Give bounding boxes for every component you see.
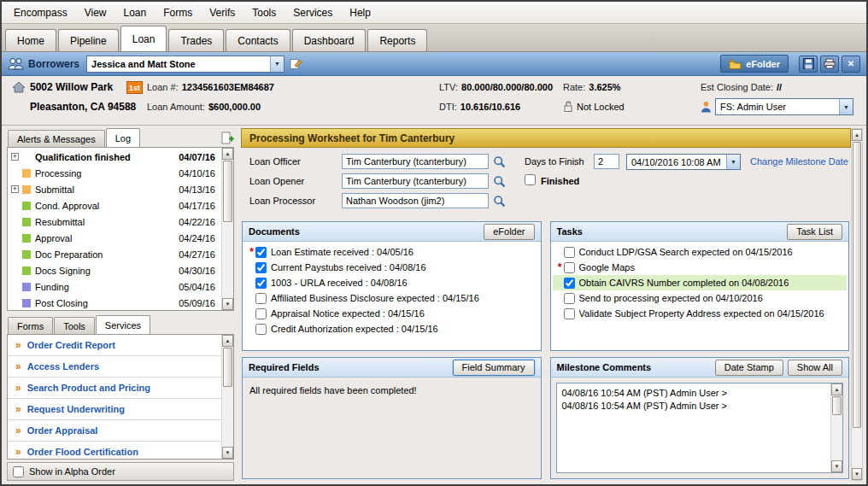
loan-summary-header: 5002 Willow Park Pleasanton, CA 94588 1s… bbox=[2, 76, 866, 126]
ltv-label: LTV: bbox=[439, 82, 458, 92]
document-checkbox[interactable] bbox=[255, 278, 267, 289]
milestone-comments-body: 04/08/16 10:54 AM (PST) Admin User > 04/… bbox=[551, 378, 849, 478]
fs-user-select[interactable]: FS: Admin User ▼ bbox=[715, 98, 853, 115]
tab-services[interactable]: Services bbox=[96, 315, 150, 334]
log-entry[interactable]: Funding05/04/16 bbox=[8, 278, 221, 295]
service-item-access-lenders[interactable]: »Access Lenders bbox=[8, 356, 221, 378]
tab-tools[interactable]: Tools bbox=[54, 317, 95, 334]
loan-processor-lookup-icon[interactable] bbox=[491, 193, 507, 208]
change-milestone-date-link[interactable]: Change Milestone Date bbox=[750, 156, 848, 167]
print-icon[interactable] bbox=[820, 56, 839, 73]
document-checkbox[interactable] bbox=[255, 324, 267, 335]
scroll-down-icon[interactable]: ▼ bbox=[222, 447, 233, 459]
milestone-date-select[interactable]: 04/10/2016 10:08 AM ▼ bbox=[626, 154, 741, 170]
tab-reports[interactable]: Reports bbox=[367, 29, 427, 51]
comments-scrollbar[interactable]: ▲ ▼ bbox=[830, 384, 842, 472]
save-icon[interactable] bbox=[799, 56, 818, 73]
document-checkbox[interactable] bbox=[255, 308, 267, 319]
tab-log[interactable]: Log bbox=[106, 128, 140, 147]
log-entry[interactable]: Approval04/24/16 bbox=[8, 230, 221, 246]
log-entry[interactable]: Doc Preparation04/27/16 bbox=[8, 246, 221, 262]
log-entry[interactable]: +Qualification finished04/07/16 bbox=[8, 149, 221, 165]
tab-tools-label: Tools bbox=[63, 321, 85, 331]
menu-tools[interactable]: Tools bbox=[243, 3, 284, 22]
tab-home[interactable]: Home bbox=[5, 29, 56, 51]
date-stamp-button[interactable]: Date Stamp bbox=[715, 360, 783, 376]
menu-forms[interactable]: Forms bbox=[155, 3, 201, 22]
borrower-pair-select[interactable]: Jessica and Matt Stone ▼ bbox=[86, 56, 284, 73]
service-item-order-appraisal[interactable]: »Order Appraisal bbox=[8, 420, 221, 442]
tab-forms[interactable]: Forms bbox=[8, 317, 53, 334]
menu-verifs[interactable]: Verifs bbox=[201, 3, 243, 22]
log-entry[interactable]: +Submittal04/13/16 bbox=[8, 181, 221, 197]
tab-pipeline[interactable]: Pipeline bbox=[58, 29, 119, 51]
scroll-thumb[interactable] bbox=[832, 396, 842, 415]
scroll-track[interactable] bbox=[222, 161, 233, 297]
scroll-up-icon[interactable]: ▲ bbox=[222, 148, 233, 160]
scroll-down-icon[interactable]: ▼ bbox=[852, 468, 862, 480]
task-checkbox[interactable] bbox=[564, 262, 575, 273]
scroll-track[interactable] bbox=[852, 142, 862, 467]
finished-checkbox[interactable] bbox=[525, 174, 536, 185]
show-alpha-order-checkbox[interactable] bbox=[13, 466, 24, 477]
task-list-button[interactable]: Task List bbox=[787, 224, 842, 240]
document-checkbox[interactable] bbox=[255, 247, 267, 258]
edit-borrowers-icon[interactable] bbox=[290, 57, 302, 70]
comments-textarea[interactable]: 04/08/16 10:54 AM (PST) Admin User > 04/… bbox=[556, 383, 844, 473]
menu-services[interactable]: Services bbox=[284, 3, 341, 22]
service-item-search-product-pricing[interactable]: »Search Product and Pricing bbox=[8, 378, 221, 399]
close-icon[interactable]: ✕ bbox=[842, 56, 860, 73]
scroll-thumb[interactable] bbox=[223, 348, 232, 387]
menu-encompass[interactable]: Encompass bbox=[5, 3, 76, 22]
loan-opener-input[interactable] bbox=[342, 173, 489, 189]
property-address-line1: 5002 Willow Park bbox=[30, 81, 113, 93]
show-all-button[interactable]: Show All bbox=[788, 360, 842, 376]
task-checkbox[interactable] bbox=[564, 293, 575, 304]
service-item-request-underwriting[interactable]: »Request Underwriting bbox=[8, 399, 221, 420]
scroll-up-icon[interactable]: ▲ bbox=[852, 129, 862, 141]
tab-alerts-messages[interactable]: Alerts & Messages bbox=[8, 130, 105, 147]
scroll-track[interactable] bbox=[222, 348, 233, 446]
document-checkbox[interactable] bbox=[255, 262, 267, 273]
menu-help[interactable]: Help bbox=[341, 3, 379, 22]
task-checkbox[interactable] bbox=[564, 247, 575, 258]
log-entry[interactable]: Resubmittal04/22/16 bbox=[8, 214, 221, 230]
service-label: Access Lenders bbox=[27, 361, 99, 372]
expand-icon[interactable]: + bbox=[11, 153, 19, 161]
loan-opener-lookup-icon[interactable] bbox=[491, 173, 507, 189]
log-entry[interactable]: Processing04/10/16 bbox=[8, 165, 221, 181]
log-entry[interactable]: Docs Signing04/30/16 bbox=[8, 262, 221, 278]
scroll-thumb[interactable] bbox=[853, 142, 861, 428]
scroll-down-icon[interactable]: ▼ bbox=[222, 298, 233, 310]
field-summary-button[interactable]: Field Summary bbox=[453, 360, 535, 376]
scroll-track[interactable] bbox=[831, 396, 842, 460]
task-checkbox[interactable] bbox=[564, 308, 575, 319]
tab-contacts[interactable]: Contacts bbox=[226, 29, 290, 51]
service-item-order-flood-certification[interactable]: »Order Flood Certification bbox=[8, 442, 221, 459]
services-scrollbar[interactable]: ▲ ▼ bbox=[221, 335, 233, 459]
tab-loan[interactable]: Loan bbox=[120, 26, 167, 51]
expand-icon[interactable]: + bbox=[11, 185, 19, 193]
task-checkbox[interactable] bbox=[564, 278, 575, 289]
loan-processor-input[interactable] bbox=[342, 193, 489, 208]
scroll-up-icon[interactable]: ▲ bbox=[222, 335, 233, 347]
add-log-entry-icon[interactable] bbox=[220, 132, 234, 145]
log-entry[interactable]: Cond. Approval04/17/16 bbox=[8, 197, 221, 214]
scroll-down-icon[interactable]: ▼ bbox=[831, 460, 842, 472]
service-item-order-credit-report[interactable]: »Order Credit Report bbox=[8, 335, 221, 356]
tab-dashboard[interactable]: Dashboard bbox=[292, 29, 367, 51]
main-scrollbar[interactable]: ▲ ▼ bbox=[851, 128, 863, 481]
scroll-up-icon[interactable]: ▲ bbox=[831, 384, 842, 395]
scroll-thumb[interactable] bbox=[223, 161, 232, 222]
loan-officer-input[interactable] bbox=[342, 154, 489, 169]
tab-trades[interactable]: Trades bbox=[168, 29, 224, 51]
log-entry[interactable]: Post Closing05/09/16 bbox=[8, 295, 221, 310]
efolder-panel-button[interactable]: eFolder bbox=[484, 224, 534, 240]
log-scrollbar[interactable]: ▲ ▼ bbox=[221, 148, 233, 310]
menu-loan[interactable]: Loan bbox=[115, 3, 155, 22]
efolder-button[interactable]: eFolder bbox=[720, 55, 789, 73]
loan-officer-lookup-icon[interactable] bbox=[491, 154, 507, 169]
days-to-finish-input[interactable] bbox=[594, 154, 619, 169]
menu-view[interactable]: View bbox=[76, 3, 115, 22]
document-checkbox[interactable] bbox=[255, 293, 267, 304]
